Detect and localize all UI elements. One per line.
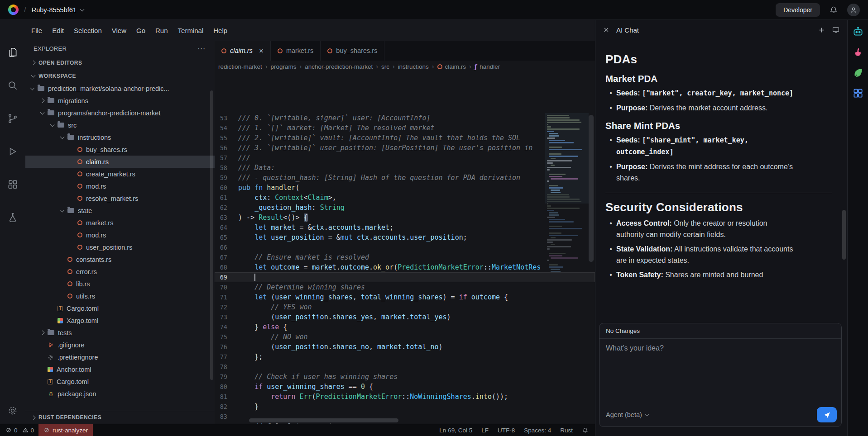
search-icon[interactable] [7, 80, 19, 91]
flame-extension-icon[interactable] [852, 47, 864, 58]
line-number[interactable]: 65 [215, 232, 238, 242]
code-line-67[interactable]: 67 // Ensure market is resolved [215, 252, 595, 262]
code-line-65[interactable]: 65 let user_position = &mut ctx.accounts… [215, 232, 595, 242]
code-line-54[interactable]: 54/// 1. `[]` market: [Market] The resol… [215, 123, 595, 133]
code-editor[interactable]: 53/// 0. `[writable, signer]` user: [Acc… [215, 113, 595, 424]
code-line-76[interactable]: 76 (user_position.shares_no, market.tota… [215, 342, 595, 352]
editor-horizontal-scrollbar[interactable] [249, 418, 398, 422]
rust-dependencies-section[interactable]: RUST DEPENDENCIES [25, 411, 215, 424]
code-line-70[interactable]: 70 // Determine winning shares [215, 282, 595, 292]
code-line-72[interactable]: 72 // YES won [215, 302, 595, 312]
code-line-57[interactable]: 57/// [215, 153, 595, 163]
line-number[interactable]: 83 [215, 412, 238, 422]
tree-file-gitignore[interactable]: .gitignore [25, 339, 215, 351]
code-line-79[interactable]: 79 // Check if user has winning shares [215, 372, 595, 382]
notifications-bell-icon[interactable] [829, 5, 838, 14]
explorer-actions-icon[interactable]: ⋯ [197, 44, 206, 53]
line-number[interactable]: 75 [215, 332, 238, 342]
line-number[interactable]: 76 [215, 342, 238, 352]
send-button[interactable] [817, 407, 837, 422]
breadcrumb-item-handler[interactable]: ƒhandler [475, 63, 500, 70]
agent-mode-dropdown[interactable]: Agent (beta) [606, 411, 648, 418]
menu-go[interactable]: Go [131, 24, 150, 37]
code-line-55[interactable]: 55/// 2. `[writable]` vault: [AccountInf… [215, 133, 595, 143]
explorer-icon[interactable] [7, 47, 19, 58]
status-spaces-4[interactable]: Spaces: 4 [524, 427, 551, 434]
code-line-77[interactable]: 77 }; [215, 352, 595, 362]
line-number[interactable]: 62 [215, 203, 238, 213]
tree-file-mod-rs[interactable]: mod.rs [25, 229, 215, 241]
line-number[interactable]: 70 [215, 282, 238, 292]
leaf-extension-icon[interactable] [852, 67, 864, 79]
code-line-59[interactable]: 59/// - question_hash: [String] Hash of … [215, 173, 595, 183]
minimap[interactable] [547, 114, 587, 273]
test-beaker-icon[interactable] [7, 212, 19, 223]
notifications-bell-icon[interactable] [582, 427, 589, 434]
tree-file-package-json[interactable]: { }package.json [25, 388, 215, 400]
open-in-editor-icon[interactable] [832, 26, 840, 34]
code-line-75[interactable]: 75 // NO won [215, 332, 595, 342]
breadcrumb-item-instructions[interactable]: instructions [398, 63, 429, 70]
tree-file-claim-rs[interactable]: claim.rs [25, 156, 215, 168]
menu-run[interactable]: Run [150, 24, 173, 37]
breadcrumb-item-programs[interactable]: programs [270, 63, 296, 70]
line-number[interactable]: 58 [215, 163, 238, 173]
tree-file-buy-shares-rs[interactable]: buy_shares.rs [25, 143, 215, 156]
workspace-section[interactable]: WORKSPACE [25, 69, 215, 82]
line-number[interactable]: 68 [215, 262, 238, 272]
code-line-60[interactable]: 60pub fn handler( [215, 183, 595, 193]
tree-folder-tests[interactable]: tests [25, 327, 215, 339]
tree-file-cargo-toml[interactable]: TCargo.toml [25, 302, 215, 314]
tree-folder-state[interactable]: state [25, 204, 215, 217]
tree-file-create-market-rs[interactable]: create_market.rs [25, 168, 215, 180]
tree-folder-src[interactable]: src [25, 119, 215, 131]
line-number[interactable]: 82 [215, 402, 238, 412]
tree-file-prettierignore[interactable]: .prettierignore [25, 351, 215, 363]
code-line-78[interactable]: 78 [215, 362, 595, 372]
rust-analyzer-status[interactable]: rust-analyzer [38, 424, 93, 436]
tree-folder-prediction-market-solana-anchor-predic[interactable]: prediction_market/solana-anchor-predic..… [25, 82, 215, 95]
chat-scrollbar[interactable] [842, 210, 846, 260]
menu-view[interactable]: View [107, 24, 131, 37]
code-line-81[interactable]: 81 return Err(PredictionMarketError::NoW… [215, 392, 595, 402]
code-line-58[interactable]: 58/// Data: [215, 163, 595, 173]
tree-file-error-rs[interactable]: error.rs [25, 265, 215, 278]
problems-errors[interactable]: 0 [5, 427, 18, 434]
tree-file-lib-rs[interactable]: lib.rs [25, 278, 215, 290]
menu-terminal[interactable]: Terminal [173, 24, 209, 37]
problems-warnings[interactable]: 0 [22, 427, 34, 434]
code-line-62[interactable]: 62 _question_hash: String [215, 203, 595, 213]
no-changes-button[interactable]: No Changes [599, 323, 841, 339]
line-number[interactable]: 61 [215, 193, 238, 203]
status-ln-69-col-5[interactable]: Ln 69, Col 5 [439, 427, 472, 434]
menu-file[interactable]: File [26, 24, 47, 37]
line-number[interactable]: 63 [215, 213, 238, 223]
developer-button[interactable]: Developer [776, 3, 820, 17]
tree-file-anchor-toml[interactable]: Anchor.toml [25, 363, 215, 375]
line-number[interactable]: 73 [215, 312, 238, 322]
status-utf-8[interactable]: UTF-8 [498, 427, 515, 434]
code-line-56[interactable]: 56/// 3. `[writable]` user_position: [Us… [215, 143, 595, 153]
line-number[interactable]: 71 [215, 292, 238, 302]
open-editors-section[interactable]: OPEN EDITORS [25, 56, 215, 69]
breadcrumb-item-claim-rs[interactable]: claim.rs [437, 63, 466, 70]
line-number[interactable]: 53 [215, 113, 238, 123]
workspace-switcher[interactable]: Ruby-8555bf61 [32, 6, 84, 14]
line-number[interactable]: 59 [215, 173, 238, 183]
tree-folder-programs-anchor-prediction-market[interactable]: programs/anchor-prediction-market [25, 107, 215, 119]
line-number[interactable]: 77 [215, 352, 238, 362]
line-number[interactable]: 60 [215, 183, 238, 193]
line-number[interactable]: 69 [215, 272, 238, 282]
assistant-robot-icon[interactable] [852, 25, 864, 38]
menu-edit[interactable]: Edit [47, 24, 69, 37]
source-control-icon[interactable] [7, 113, 19, 124]
breadcrumb-item-anchor-prediction-market[interactable]: anchor-prediction-market [305, 63, 373, 70]
line-number[interactable]: 80 [215, 382, 238, 392]
tree-file-utils-rs[interactable]: utils.rs [25, 290, 215, 302]
line-number[interactable]: 57 [215, 153, 238, 163]
code-line-68[interactable]: 68 let outcome = market.outcome.ok_or(Pr… [215, 262, 595, 272]
new-chat-plus-icon[interactable] [818, 26, 825, 34]
menu-help[interactable]: Help [208, 24, 232, 37]
status-rust[interactable]: Rust [560, 427, 573, 434]
code-line-53[interactable]: 53/// 0. `[writable, signer]` user: [Acc… [215, 113, 595, 123]
